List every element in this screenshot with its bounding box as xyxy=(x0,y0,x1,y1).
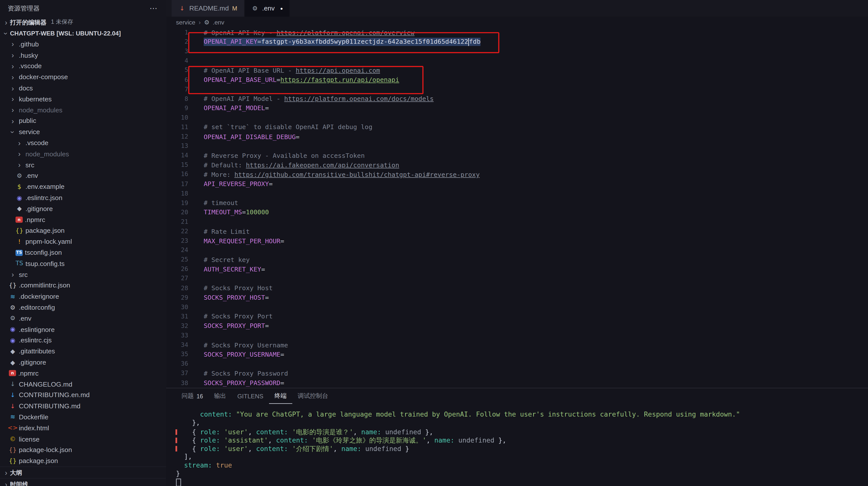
unsaved-dot-icon[interactable]: ● xyxy=(280,6,283,11)
tree-folder-public[interactable]: ›public xyxy=(0,116,166,126)
line-number: 29 xyxy=(166,294,191,301)
code-line-12[interactable]: 12OPENAI_API_DISABLE_DEBUG= xyxy=(166,132,868,141)
project-root-section[interactable]: › CHATGPT-WEB [WSL: UBUNTU-22.04] xyxy=(0,28,166,39)
code-line-20[interactable]: 20TIMEOUT_MS=100000 xyxy=(166,207,868,217)
tree-folder-src[interactable]: ›src xyxy=(0,269,166,280)
code-line-3[interactable]: 3 xyxy=(166,47,868,56)
code-line-18[interactable]: 18 xyxy=(166,189,868,198)
code-line-30[interactable]: 30 xyxy=(166,302,868,312)
editor-tab-.env[interactable]: ⚙.env● xyxy=(244,0,289,17)
code-line-8[interactable]: 8# OpenAI API Model - https://platform.o… xyxy=(166,94,868,104)
code-line-19[interactable]: 19# timeout xyxy=(166,198,868,207)
tree-file-.env.example[interactable]: $.env.example xyxy=(0,181,166,192)
tree-file-CONTRIBUTING.en.md[interactable]: ↓CONTRIBUTING.en.md xyxy=(0,390,166,401)
code-line-38[interactable]: 38SOCKS_PROXY_PASSWORD= xyxy=(166,378,868,388)
tree-folder-docs[interactable]: ›docs xyxy=(0,83,166,94)
code-line-37[interactable]: 37# Socks Proxy Password xyxy=(166,369,868,378)
code-line-11[interactable]: 11# set `true` to disable OpenAI API deb… xyxy=(166,122,868,132)
tree-file-.gitignore[interactable]: ◆.gitignore xyxy=(0,357,166,368)
code-line-14[interactable]: 14# Reverse Proxy - Available on accessT… xyxy=(166,151,868,160)
code-line-22[interactable]: 22# Rate Limit xyxy=(166,227,868,236)
code-line-36[interactable]: 36 xyxy=(166,359,868,369)
code-line-21[interactable]: 21 xyxy=(166,217,868,227)
tree-file-.editorconfig[interactable]: ⚙.editorconfig xyxy=(0,302,166,313)
breadcrumb-file[interactable]: .env xyxy=(213,19,224,26)
tree-file-.gitignore[interactable]: ◆.gitignore xyxy=(0,203,166,214)
code-line-33[interactable]: 33 xyxy=(166,331,868,340)
more-actions-icon[interactable]: ⋯ xyxy=(150,4,158,13)
tree-file-.env[interactable]: ⚙.env xyxy=(0,313,166,324)
tree-file-.eslintrc.json[interactable]: ◉.eslintrc.json xyxy=(0,192,166,203)
tree-file-package-lock.json[interactable]: {}package-lock.json xyxy=(0,445,166,456)
code-line-7[interactable]: 7 xyxy=(166,84,868,94)
tree-file-Dockerfile[interactable]: ≋Dockerfile xyxy=(0,411,166,423)
panel-tab-GITLENS[interactable]: GITLENS xyxy=(232,388,269,404)
code-line-2[interactable]: 2OPENAI_API_KEY=fastgpt-y6b3axfbdd5wyp01… xyxy=(166,37,868,47)
tree-file-package.json[interactable]: {}package.json xyxy=(0,225,166,236)
code-line-16[interactable]: 16# More: https://github.com/transitive-… xyxy=(166,170,868,179)
code-line-1[interactable]: 1# OpenAI API Key - https://platform.ope… xyxy=(166,28,868,37)
timeline-section[interactable]: › 时间线 xyxy=(0,478,166,486)
terminal-output[interactable]: content: "You are ChatGPT, a large langu… xyxy=(166,404,868,486)
code-line-24[interactable]: 24 xyxy=(166,246,868,255)
tree-folder-service[interactable]: ›service xyxy=(0,126,166,138)
code-line-31[interactable]: 31# Socks Proxy Port xyxy=(166,312,868,321)
tree-folder-.vscode[interactable]: ›.vscode xyxy=(0,137,166,148)
panel-tab-问题[interactable]: 问题16 xyxy=(176,388,208,404)
tree-file-.eslintignore[interactable]: ◉.eslintignore xyxy=(0,324,166,335)
tree-file-tsconfig.json[interactable]: TStsconfig.json xyxy=(0,247,166,258)
code-line-23[interactable]: 23MAX_REQUEST_PER_HOUR= xyxy=(166,236,868,246)
breadcrumb-folder[interactable]: service xyxy=(176,19,195,26)
code-line-9[interactable]: 9OPENAI_API_MODEL= xyxy=(166,104,868,113)
code-line-10[interactable]: 10 xyxy=(166,113,868,122)
tree-file-tsup.config.ts[interactable]: TStsup.config.ts xyxy=(0,258,166,269)
tree-folder-.husky[interactable]: ›.husky xyxy=(0,50,166,61)
tree-item-label: tsup.config.ts xyxy=(26,260,65,267)
code-editor[interactable]: 1# OpenAI API Key - https://platform.ope… xyxy=(166,28,868,388)
code-line-32[interactable]: 32SOCKS_PROXY_PORT= xyxy=(166,321,868,331)
tree-file-.dockerignore[interactable]: ≋.dockerignore xyxy=(0,291,166,302)
editor-tab-README.md[interactable]: ↓README.mdM xyxy=(172,0,244,17)
tree-folder-src[interactable]: ›src xyxy=(0,159,166,170)
outline-label: 大纲 xyxy=(10,468,22,477)
outline-section[interactable]: › 大纲 xyxy=(0,466,166,478)
code-line-26[interactable]: 26AUTH_SECRET_KEY= xyxy=(166,264,868,274)
tree-folder-node_modules[interactable]: ›node_modules xyxy=(0,105,166,116)
code-line-5[interactable]: 5# OpenAI API Base URL - https://api.ope… xyxy=(166,66,868,75)
code-line-15[interactable]: 15# Default: https://ai.fakeopen.com/api… xyxy=(166,160,868,170)
tree-file-.npmrc[interactable]: n.npmrc xyxy=(0,368,166,379)
terminal-cursor[interactable] xyxy=(176,479,181,486)
tree-file-.commitlintrc.json[interactable]: {}.commitlintrc.json xyxy=(0,280,166,291)
tree-file-index.html[interactable]: <>index.html xyxy=(0,423,166,433)
code-line-35[interactable]: 35SOCKS_PROXY_USERNAME= xyxy=(166,350,868,359)
panel-tab-调试控制台[interactable]: 调试控制台 xyxy=(292,388,334,404)
tree-folder-.vscode[interactable]: ›.vscode xyxy=(0,61,166,72)
code-line-29[interactable]: 29SOCKS_PROXY_HOST= xyxy=(166,293,868,303)
tree-file-package.json[interactable]: {}package.json xyxy=(0,456,166,466)
tree-file-CONTRIBUTING.md[interactable]: ↓CONTRIBUTING.md xyxy=(0,401,166,411)
tree-file-pnpm-lock.yaml[interactable]: !pnpm-lock.yaml xyxy=(0,236,166,247)
tree-item-label: package-lock.json xyxy=(19,446,72,454)
code-line-27[interactable]: 27 xyxy=(166,274,868,283)
tree-folder-kubernetes[interactable]: ›kubernetes xyxy=(0,94,166,105)
code-line-28[interactable]: 28# Socks Proxy Host xyxy=(166,283,868,293)
tree-folder-.github[interactable]: ›.github xyxy=(0,39,166,50)
tree-file-CHANGELOG.md[interactable]: ↓CHANGELOG.md xyxy=(0,379,166,390)
panel-tab-输出[interactable]: 输出 xyxy=(209,388,232,404)
code-line-13[interactable]: 13 xyxy=(166,141,868,151)
tree-file-.npmrc[interactable]: n.npmrc xyxy=(0,214,166,225)
code-line-25[interactable]: 25# Secret key xyxy=(166,255,868,264)
code-line-34[interactable]: 34# Socks Proxy Username xyxy=(166,340,868,350)
tree-file-license[interactable]: ©license xyxy=(0,433,166,445)
tree-file-.env[interactable]: ⚙.env xyxy=(0,170,166,181)
open-editors-section[interactable]: › 打开的编辑器 1 未保存 xyxy=(0,17,166,28)
tree-file-.eslintrc.cjs[interactable]: ◉.eslintrc.cjs xyxy=(0,335,166,346)
tree-file-.gitattributes[interactable]: ◆.gitattributes xyxy=(0,346,166,357)
tree-folder-docker-compose[interactable]: ›docker-compose xyxy=(0,72,166,83)
code-line-4[interactable]: 4 xyxy=(166,56,868,66)
code-line-6[interactable]: 6OPENAI_API_BASE_URL=https://fastgpt.run… xyxy=(166,75,868,84)
code-line-17[interactable]: 17API_REVERSE_PROXY= xyxy=(166,179,868,189)
panel-tab-终端[interactable]: 终端 xyxy=(269,388,292,404)
tree-folder-node_modules[interactable]: ›node_modules xyxy=(0,148,166,159)
breadcrumb[interactable]: service › ⚙ .env xyxy=(166,17,868,28)
